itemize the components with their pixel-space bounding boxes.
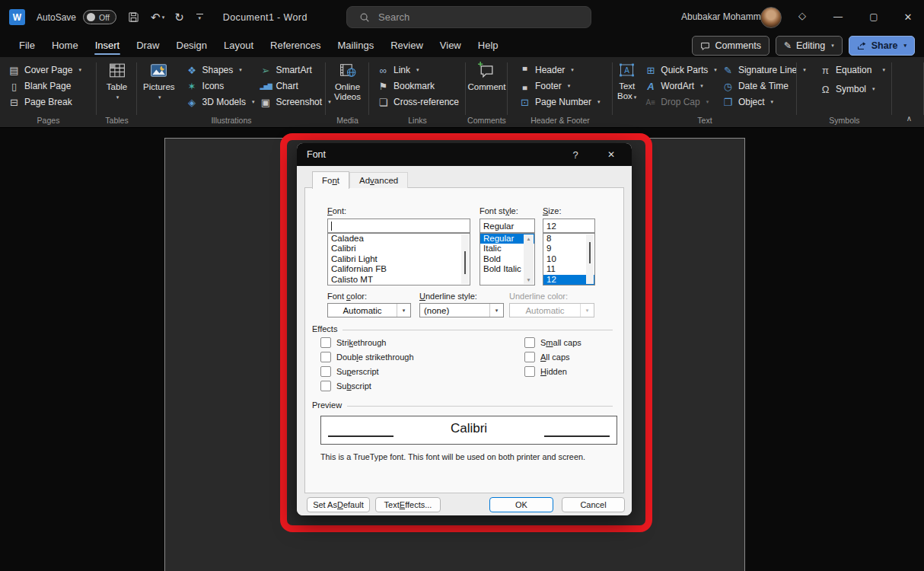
cross-reference-button[interactable]: ❏ Cross-reference: [378, 94, 459, 110]
close-button[interactable]: ✕: [900, 9, 916, 24]
collapse-ribbon-button[interactable]: ∧: [906, 114, 912, 123]
chart-button[interactable]: ▂▅▇ Chart: [260, 78, 330, 94]
header-button[interactable]: ▀ Header ▾: [519, 62, 601, 78]
tab-references[interactable]: References: [262, 34, 329, 57]
quick-parts-button[interactable]: ⊞ Quick Parts ▾: [645, 62, 717, 78]
shapes-button[interactable]: ❖ Shapes ▾: [186, 62, 255, 78]
equation-button[interactable]: π Equation ▾: [820, 62, 885, 78]
ribbon-tab-bar: File Home Insert Draw Design Layout Refe…: [0, 34, 924, 57]
object-button[interactable]: ❐ Object ▾: [722, 94, 806, 110]
symbol-button[interactable]: Ω Symbol ▾: [820, 81, 885, 97]
scroll-down-icon[interactable]: ▼: [526, 277, 531, 282]
share-button[interactable]: Share ▾: [849, 36, 915, 56]
double-strikethrough-checkbox[interactable]: Double strikethrough: [320, 352, 414, 362]
blank-page-button[interactable]: ▯ Blank Page: [8, 78, 81, 94]
screenshot-button[interactable]: ▣ Screenshot ▾: [260, 94, 330, 110]
tab-help[interactable]: Help: [470, 34, 507, 57]
autosave-toggle[interactable]: Off: [83, 10, 116, 24]
cover-page-button[interactable]: ▤ Cover Page ▾: [8, 62, 81, 78]
list-item[interactable]: Calibri: [328, 244, 470, 254]
tab-home[interactable]: Home: [43, 34, 87, 57]
underline-style-dropdown[interactable]: (none) ▾: [419, 303, 504, 317]
set-as-default-button[interactable]: Set As Default: [307, 497, 370, 512]
rewards-diamond-icon[interactable]: ◇: [798, 10, 806, 21]
minimize-button[interactable]: —: [830, 9, 846, 24]
chevron-down-icon[interactable]: ▾: [397, 304, 410, 317]
size-list-scrollbar[interactable]: [586, 234, 594, 284]
comments-button[interactable]: Comments: [692, 36, 769, 56]
tab-draw[interactable]: Draw: [128, 34, 167, 57]
share-icon: [857, 41, 867, 51]
dialog-help-button[interactable]: ?: [566, 143, 585, 166]
toggle-knob-icon: [87, 13, 95, 21]
save-button[interactable]: [128, 11, 139, 23]
font-style-scrollbar[interactable]: ▲ ▼: [524, 234, 534, 284]
tab-insert[interactable]: Insert: [87, 34, 129, 57]
online-videos-button[interactable]: Online Videos: [328, 57, 367, 113]
search-box[interactable]: Search: [346, 6, 591, 28]
font-style-list[interactable]: Regular Italic Bold Bold Italic ▲ ▼: [480, 233, 535, 286]
size-list[interactable]: 8 9 10 11 12: [543, 233, 595, 286]
size-input[interactable]: 12: [543, 219, 595, 233]
wordart-button[interactable]: A WordArt ▾: [645, 78, 717, 94]
tab-mailings[interactable]: Mailings: [330, 34, 383, 57]
cancel-button[interactable]: Cancel: [562, 497, 625, 512]
effects-legend: Effects: [312, 324, 343, 333]
small-caps-checkbox[interactable]: Small caps: [524, 337, 581, 348]
list-item[interactable]: Californian FB: [328, 264, 470, 274]
font-list-scrollbar[interactable]: [461, 234, 469, 284]
list-item[interactable]: Calisto MT: [328, 275, 470, 285]
smartart-button[interactable]: ➢ SmartArt: [260, 62, 330, 78]
pictures-button[interactable]: Pictures ▾: [137, 57, 181, 113]
font-style-input[interactable]: Regular: [480, 219, 535, 233]
font-color-dropdown[interactable]: Automatic ▾: [327, 303, 411, 317]
tab-file[interactable]: File: [11, 34, 43, 57]
link-button[interactable]: ∞ Link ▾: [378, 62, 459, 78]
redo-button[interactable]: ↻: [174, 11, 184, 24]
font-input[interactable]: [327, 219, 470, 233]
drop-cap-button[interactable]: A≡ Drop Cap ▾: [645, 94, 717, 110]
maximize-button[interactable]: ▢: [865, 9, 882, 24]
chevron-down-icon[interactable]: ▾: [489, 304, 503, 317]
page-break-button[interactable]: ⊟ Page Break: [8, 94, 81, 110]
scroll-up-icon[interactable]: ▲: [526, 236, 531, 241]
text-box-button[interactable]: A Text Box▾: [613, 57, 639, 113]
dialog-tab-font[interactable]: Font: [312, 171, 349, 189]
editing-mode-button[interactable]: ✎ Editing ▾: [776, 36, 843, 56]
undo-button[interactable]: ↶ ▾: [151, 11, 164, 24]
list-item[interactable]: Caladea: [328, 234, 470, 244]
footer-button[interactable]: ▄ Footer ▾: [519, 78, 601, 94]
text-effects-button[interactable]: Text Effects...: [375, 497, 441, 512]
subscript-checkbox[interactable]: Subscript: [320, 381, 371, 391]
icons-button[interactable]: ✶ Icons: [186, 78, 255, 94]
dialog-close-button[interactable]: ✕: [601, 143, 621, 166]
avatar[interactable]: [760, 7, 782, 28]
tab-design[interactable]: Design: [168, 34, 215, 57]
dialog-tab-advanced[interactable]: Advanced: [349, 172, 408, 188]
all-caps-checkbox[interactable]: All caps: [524, 352, 570, 362]
preview-sample-text: Calibri: [321, 421, 617, 436]
tab-view[interactable]: View: [432, 34, 470, 57]
date-time-button[interactable]: ◷ Date & Time: [722, 78, 806, 94]
new-comment-button[interactable]: Comment: [467, 57, 508, 113]
page-number-button[interactable]: ⊡ Page Number ▾: [519, 94, 601, 110]
word-logo-icon[interactable]: W: [9, 9, 25, 25]
dialog-title-bar[interactable]: Font ? ✕: [297, 143, 632, 166]
customize-quick-access-button[interactable]: ▾: [196, 14, 203, 21]
chevron-down-icon: ▾: [700, 83, 703, 89]
3d-models-button[interactable]: ◈ 3D Models ▾: [186, 94, 255, 110]
superscript-checkbox[interactable]: Superscript: [320, 366, 379, 377]
tab-layout[interactable]: Layout: [215, 34, 262, 57]
ok-button[interactable]: OK: [489, 497, 553, 512]
button-label: Cover Page: [24, 65, 72, 75]
strikethrough-checkbox[interactable]: Strikethrough: [320, 337, 386, 348]
font-list[interactable]: Caladea Calibri Calibri Light California…: [327, 233, 470, 286]
button-label: Equation: [836, 65, 871, 75]
chevron-down-icon: ▾: [580, 304, 594, 317]
table-button[interactable]: Table ▾: [100, 57, 134, 113]
tab-review[interactable]: Review: [382, 34, 432, 57]
bookmark-button[interactable]: ⚑ Bookmark: [378, 78, 459, 94]
hidden-checkbox[interactable]: Hidden: [524, 366, 567, 377]
signature-line-button[interactable]: ✎ Signature Line ▾: [722, 62, 806, 78]
list-item[interactable]: Calibri Light: [328, 254, 470, 264]
